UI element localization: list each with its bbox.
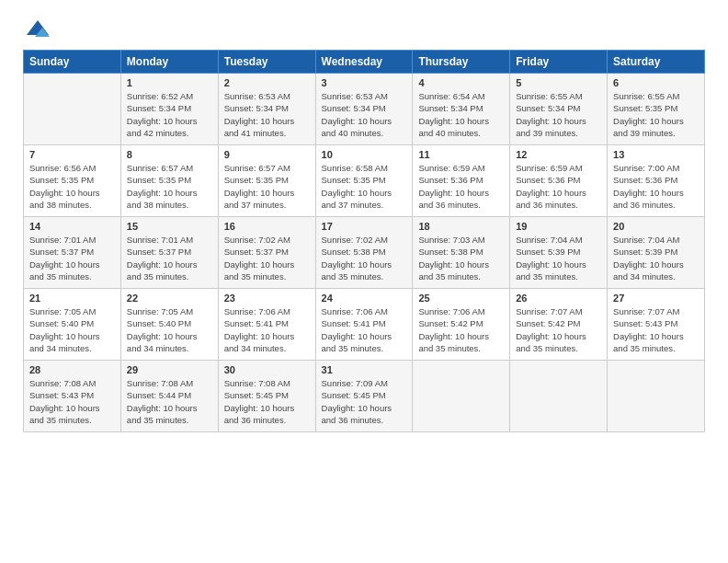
day-number: 30 bbox=[224, 364, 310, 375]
calendar-cell: 28Sunrise: 7:08 AM Sunset: 5:43 PM Dayli… bbox=[24, 361, 121, 432]
calendar-cell: 6Sunrise: 6:55 AM Sunset: 5:35 PM Daylig… bbox=[608, 74, 705, 145]
day-number: 19 bbox=[516, 221, 601, 232]
calendar-cell: 1Sunrise: 6:52 AM Sunset: 5:34 PM Daylig… bbox=[120, 74, 218, 145]
day-number: 8 bbox=[127, 149, 212, 160]
day-header-wednesday: Wednesday bbox=[315, 51, 413, 74]
day-info: Sunrise: 6:54 AM Sunset: 5:34 PM Dayligh… bbox=[418, 90, 504, 139]
day-info: Sunrise: 6:59 AM Sunset: 5:36 PM Dayligh… bbox=[516, 162, 601, 211]
day-info: Sunrise: 7:01 AM Sunset: 5:37 PM Dayligh… bbox=[29, 234, 115, 282]
day-header-monday: Monday bbox=[120, 51, 218, 74]
day-number: 31 bbox=[322, 364, 407, 375]
calendar-cell: 21Sunrise: 7:05 AM Sunset: 5:40 PM Dayli… bbox=[24, 289, 121, 361]
calendar-cell: 18Sunrise: 7:03 AM Sunset: 5:38 PM Dayli… bbox=[413, 217, 510, 289]
day-number: 23 bbox=[224, 293, 310, 304]
header-row: SundayMondayTuesdayWednesdayThursdayFrid… bbox=[24, 51, 705, 74]
calendar-table: SundayMondayTuesdayWednesdayThursdayFrid… bbox=[23, 50, 705, 432]
day-number: 13 bbox=[613, 149, 699, 160]
calendar-cell: 7Sunrise: 6:56 AM Sunset: 5:35 PM Daylig… bbox=[24, 145, 121, 217]
day-info: Sunrise: 6:57 AM Sunset: 5:35 PM Dayligh… bbox=[127, 162, 212, 211]
calendar-cell: 11Sunrise: 6:59 AM Sunset: 5:36 PM Dayli… bbox=[413, 145, 510, 217]
calendar-cell: 24Sunrise: 7:06 AM Sunset: 5:41 PM Dayli… bbox=[315, 289, 413, 361]
calendar-cell bbox=[24, 74, 121, 145]
day-info: Sunrise: 7:05 AM Sunset: 5:40 PM Dayligh… bbox=[29, 305, 115, 354]
calendar-cell: 4Sunrise: 6:54 AM Sunset: 5:34 PM Daylig… bbox=[413, 74, 510, 145]
day-info: Sunrise: 6:56 AM Sunset: 5:35 PM Dayligh… bbox=[29, 162, 115, 211]
day-number: 2 bbox=[224, 77, 310, 88]
day-info: Sunrise: 6:55 AM Sunset: 5:34 PM Dayligh… bbox=[516, 90, 601, 139]
day-info: Sunrise: 7:00 AM Sunset: 5:36 PM Dayligh… bbox=[613, 162, 699, 211]
day-info: Sunrise: 6:57 AM Sunset: 5:35 PM Dayligh… bbox=[224, 162, 310, 211]
calendar-cell: 16Sunrise: 7:02 AM Sunset: 5:37 PM Dayli… bbox=[218, 217, 315, 289]
day-info: Sunrise: 6:59 AM Sunset: 5:36 PM Dayligh… bbox=[418, 162, 504, 211]
day-number: 5 bbox=[516, 77, 601, 88]
day-number: 24 bbox=[322, 293, 407, 304]
calendar-cell: 10Sunrise: 6:58 AM Sunset: 5:35 PM Dayli… bbox=[315, 145, 413, 217]
logo-icon bbox=[25, 18, 51, 39]
calendar-cell: 20Sunrise: 7:04 AM Sunset: 5:39 PM Dayli… bbox=[608, 217, 705, 289]
calendar-cell: 14Sunrise: 7:01 AM Sunset: 5:37 PM Dayli… bbox=[24, 217, 121, 289]
calendar-cell: 13Sunrise: 7:00 AM Sunset: 5:36 PM Dayli… bbox=[608, 145, 705, 217]
day-number: 3 bbox=[322, 77, 407, 88]
day-info: Sunrise: 7:02 AM Sunset: 5:38 PM Dayligh… bbox=[322, 234, 407, 282]
day-number: 29 bbox=[127, 364, 212, 375]
day-header-friday: Friday bbox=[510, 51, 608, 74]
day-header-thursday: Thursday bbox=[413, 51, 510, 74]
calendar-cell bbox=[413, 361, 510, 432]
calendar-cell bbox=[510, 361, 608, 432]
day-info: Sunrise: 7:05 AM Sunset: 5:40 PM Dayligh… bbox=[127, 305, 212, 354]
calendar-cell: 2Sunrise: 6:53 AM Sunset: 5:34 PM Daylig… bbox=[218, 74, 315, 145]
day-info: Sunrise: 6:53 AM Sunset: 5:34 PM Dayligh… bbox=[322, 90, 407, 139]
calendar-cell: 27Sunrise: 7:07 AM Sunset: 5:43 PM Dayli… bbox=[608, 289, 705, 361]
day-info: Sunrise: 7:06 AM Sunset: 5:41 PM Dayligh… bbox=[322, 305, 407, 354]
day-number: 20 bbox=[613, 221, 699, 232]
day-header-sunday: Sunday bbox=[24, 51, 121, 74]
calendar-cell: 26Sunrise: 7:07 AM Sunset: 5:42 PM Dayli… bbox=[510, 289, 608, 361]
day-info: Sunrise: 7:04 AM Sunset: 5:39 PM Dayligh… bbox=[516, 234, 601, 282]
day-number: 27 bbox=[613, 293, 699, 304]
week-row-4: 21Sunrise: 7:05 AM Sunset: 5:40 PM Dayli… bbox=[24, 289, 705, 361]
week-row-1: 1Sunrise: 6:52 AM Sunset: 5:34 PM Daylig… bbox=[24, 74, 705, 145]
day-header-tuesday: Tuesday bbox=[218, 51, 315, 74]
calendar-cell: 12Sunrise: 6:59 AM Sunset: 5:36 PM Dayli… bbox=[510, 145, 608, 217]
day-info: Sunrise: 7:06 AM Sunset: 5:42 PM Dayligh… bbox=[418, 305, 504, 354]
calendar-cell: 17Sunrise: 7:02 AM Sunset: 5:38 PM Dayli… bbox=[315, 217, 413, 289]
page: SundayMondayTuesdayWednesdayThursdayFrid… bbox=[0, 0, 728, 563]
calendar-cell: 25Sunrise: 7:06 AM Sunset: 5:42 PM Dayli… bbox=[413, 289, 510, 361]
day-number: 18 bbox=[418, 221, 504, 232]
day-number: 9 bbox=[224, 149, 310, 160]
logo bbox=[23, 18, 51, 39]
day-info: Sunrise: 7:07 AM Sunset: 5:43 PM Dayligh… bbox=[613, 305, 699, 354]
calendar-cell: 19Sunrise: 7:04 AM Sunset: 5:39 PM Dayli… bbox=[510, 217, 608, 289]
day-number: 14 bbox=[29, 221, 115, 232]
week-row-2: 7Sunrise: 6:56 AM Sunset: 5:35 PM Daylig… bbox=[24, 145, 705, 217]
calendar-cell: 3Sunrise: 6:53 AM Sunset: 5:34 PM Daylig… bbox=[315, 74, 413, 145]
day-number: 22 bbox=[127, 293, 212, 304]
day-number: 28 bbox=[29, 364, 115, 375]
calendar-cell: 15Sunrise: 7:01 AM Sunset: 5:37 PM Dayli… bbox=[120, 217, 218, 289]
day-info: Sunrise: 7:09 AM Sunset: 5:45 PM Dayligh… bbox=[322, 377, 407, 426]
day-number: 7 bbox=[29, 149, 115, 160]
day-number: 15 bbox=[127, 221, 212, 232]
day-info: Sunrise: 7:02 AM Sunset: 5:37 PM Dayligh… bbox=[224, 234, 310, 282]
week-row-3: 14Sunrise: 7:01 AM Sunset: 5:37 PM Dayli… bbox=[24, 217, 705, 289]
day-info: Sunrise: 7:08 AM Sunset: 5:43 PM Dayligh… bbox=[29, 377, 115, 426]
calendar-cell: 8Sunrise: 6:57 AM Sunset: 5:35 PM Daylig… bbox=[120, 145, 218, 217]
calendar-cell: 5Sunrise: 6:55 AM Sunset: 5:34 PM Daylig… bbox=[510, 74, 608, 145]
day-info: Sunrise: 7:07 AM Sunset: 5:42 PM Dayligh… bbox=[516, 305, 601, 354]
day-info: Sunrise: 7:08 AM Sunset: 5:45 PM Dayligh… bbox=[224, 377, 310, 426]
day-number: 17 bbox=[322, 221, 407, 232]
day-info: Sunrise: 6:55 AM Sunset: 5:35 PM Dayligh… bbox=[613, 90, 699, 139]
calendar-cell: 9Sunrise: 6:57 AM Sunset: 5:35 PM Daylig… bbox=[218, 145, 315, 217]
day-number: 12 bbox=[516, 149, 601, 160]
calendar-cell: 29Sunrise: 7:08 AM Sunset: 5:44 PM Dayli… bbox=[120, 361, 218, 432]
day-number: 26 bbox=[516, 293, 601, 304]
calendar-cell: 30Sunrise: 7:08 AM Sunset: 5:45 PM Dayli… bbox=[218, 361, 315, 432]
day-info: Sunrise: 6:58 AM Sunset: 5:35 PM Dayligh… bbox=[322, 162, 407, 211]
day-info: Sunrise: 7:06 AM Sunset: 5:41 PM Dayligh… bbox=[224, 305, 310, 354]
header bbox=[23, 18, 705, 39]
day-number: 11 bbox=[418, 149, 504, 160]
day-number: 21 bbox=[29, 293, 115, 304]
day-number: 25 bbox=[418, 293, 504, 304]
day-info: Sunrise: 7:04 AM Sunset: 5:39 PM Dayligh… bbox=[613, 234, 699, 282]
day-number: 16 bbox=[224, 221, 310, 232]
